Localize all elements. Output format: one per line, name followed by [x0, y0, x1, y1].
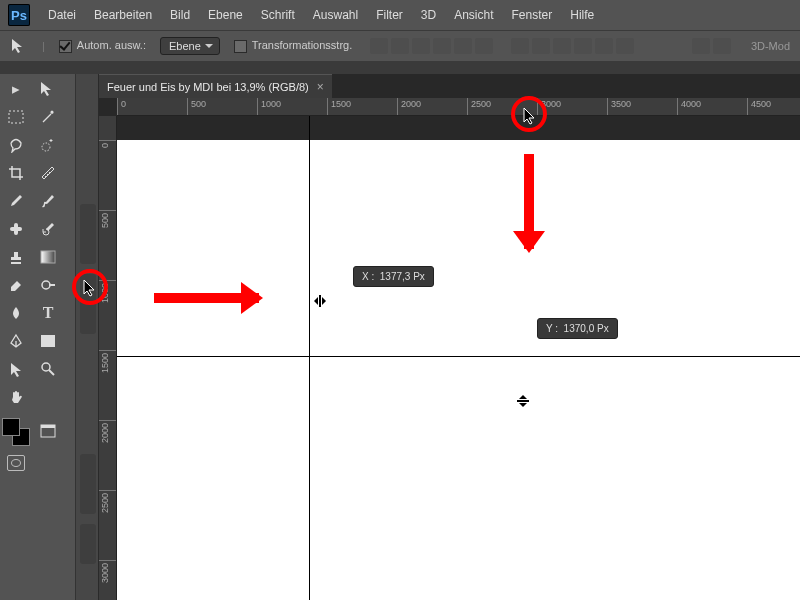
svg-line-9 [49, 370, 54, 375]
collapsed-panel[interactable] [80, 204, 96, 264]
screenmode-toggle[interactable] [36, 420, 60, 442]
document-tab-title: Feuer und Eis by MDI bei 13,9% (RGB/8) [107, 81, 309, 93]
align-icon[interactable] [391, 38, 409, 54]
quicksel-tool[interactable] [36, 134, 60, 156]
collapsed-panel[interactable] [80, 454, 96, 514]
guide-vertical[interactable] [309, 116, 310, 600]
history-brush-tool[interactable] [36, 218, 60, 240]
eyedropper-tool[interactable] [4, 190, 28, 212]
move-tool-icon [10, 37, 28, 55]
move-tool[interactable] [36, 78, 60, 100]
menu-datei[interactable]: Datei [48, 8, 76, 22]
menu-filter[interactable]: Filter [376, 8, 403, 22]
ruler-tick: 0 [121, 99, 126, 109]
menu-ebene[interactable]: Ebene [208, 8, 243, 22]
align-icon[interactable] [475, 38, 493, 54]
expand-tools-icon[interactable]: ▸ [4, 78, 28, 100]
menu-auswahl[interactable]: Auswahl [313, 8, 358, 22]
workspace: ▸ T [0, 74, 800, 600]
wand-tool[interactable] [36, 106, 60, 128]
document-area: Feuer und Eis by MDI bei 13,9% (RGB/8) ×… [99, 74, 800, 600]
collapsed-panel[interactable] [80, 524, 96, 564]
tooltip-value: 1377,3 Px [380, 271, 425, 282]
svg-rect-7 [41, 335, 55, 347]
menu-schrift[interactable]: Schrift [261, 8, 295, 22]
dodge-tool[interactable] [36, 274, 60, 296]
stamp-tool[interactable] [4, 246, 28, 268]
align-icon[interactable] [454, 38, 472, 54]
align-icon[interactable] [412, 38, 430, 54]
eraser-tool[interactable] [4, 274, 28, 296]
distribute-icon[interactable] [595, 38, 613, 54]
tooltip-label: Y : [546, 323, 558, 334]
svg-rect-4 [41, 251, 55, 263]
options-bar: | Autom. ausw.: Ebene Transformationsstr… [0, 30, 800, 62]
ruler-tick: 3000 [100, 563, 110, 583]
menu-fenster[interactable]: Fenster [512, 8, 553, 22]
auto-align-icon[interactable] [692, 38, 710, 54]
layer-dropdown[interactable]: Ebene [160, 37, 220, 55]
quickmask-toggle[interactable] [4, 452, 28, 474]
ruler-tick: 1500 [100, 353, 110, 373]
ruler-tick: 1500 [331, 99, 351, 109]
canvas-paper [117, 140, 800, 600]
marquee-tool[interactable] [4, 106, 28, 128]
ruler-tick: 500 [191, 99, 206, 109]
ruler-tick: 3500 [611, 99, 631, 109]
distribute-icon[interactable] [616, 38, 634, 54]
ruler-tool[interactable] [36, 162, 60, 184]
transform-check[interactable]: Transformationsstrg. [234, 39, 352, 53]
ruler-tick: 2000 [100, 423, 110, 443]
align-group-3 [692, 38, 731, 54]
fg-swatch[interactable] [2, 418, 20, 436]
blur-tool[interactable] [4, 302, 28, 324]
lasso-tool[interactable] [4, 134, 28, 156]
menu-hilfe[interactable]: Hilfe [570, 8, 594, 22]
align-icon[interactable] [433, 38, 451, 54]
menu-ansicht[interactable]: Ansicht [454, 8, 493, 22]
color-swatches[interactable] [2, 418, 30, 446]
mode-label: 3D-Mod [751, 40, 790, 52]
distribute-icon[interactable] [553, 38, 571, 54]
distribute-icon[interactable] [574, 38, 592, 54]
panel-gutter[interactable] [75, 74, 99, 600]
shape-tool[interactable] [36, 330, 60, 352]
zoom-tool[interactable] [36, 358, 60, 380]
dock-strip [0, 62, 800, 74]
auto-align-icon[interactable] [713, 38, 731, 54]
auto-select-label: Autom. ausw.: [77, 39, 146, 51]
tooltip-label: X : [362, 271, 374, 282]
align-group-2 [511, 38, 634, 54]
distribute-icon[interactable] [511, 38, 529, 54]
healing-tool[interactable] [4, 218, 28, 240]
gradient-tool[interactable] [36, 246, 60, 268]
crop-tool[interactable] [4, 162, 28, 184]
path-select-tool[interactable] [4, 358, 28, 380]
svg-point-8 [42, 363, 50, 371]
brush-tool[interactable] [36, 190, 60, 212]
canvas[interactable]: X : 1377,3 Px Y : 1370,0 Px [117, 116, 800, 600]
ruler-tick: 2500 [100, 493, 110, 513]
guide-horizontal[interactable] [117, 356, 800, 357]
position-tooltip-x: X : 1377,3 Px [353, 266, 434, 287]
svg-rect-6 [49, 284, 55, 286]
menu-3d[interactable]: 3D [421, 8, 436, 22]
menu-bild[interactable]: Bild [170, 8, 190, 22]
ruler-horizontal[interactable]: 0 500 1000 1500 2000 2500 3000 3500 4000… [117, 98, 800, 116]
pen-tool[interactable] [4, 330, 28, 352]
ruler-vertical[interactable]: 0 500 1000 1500 2000 2500 3000 [99, 116, 117, 600]
auto-select-check[interactable]: Autom. ausw.: [59, 39, 146, 53]
type-tool[interactable]: T [36, 302, 60, 324]
tools-panel: ▸ T [0, 74, 75, 600]
cursor-split-h-icon [312, 293, 328, 309]
ruler-tick: 500 [100, 213, 110, 228]
svg-rect-0 [9, 111, 23, 123]
document-tab[interactable]: Feuer und Eis by MDI bei 13,9% (RGB/8) × [99, 74, 332, 98]
distribute-icon[interactable] [532, 38, 550, 54]
menu-bearbeiten[interactable]: Bearbeiten [94, 8, 152, 22]
align-icon[interactable] [370, 38, 388, 54]
transform-label: Transformationsstrg. [252, 39, 352, 51]
hand-tool[interactable] [4, 386, 28, 408]
svg-rect-11 [41, 425, 55, 428]
close-tab-icon[interactable]: × [317, 80, 324, 94]
